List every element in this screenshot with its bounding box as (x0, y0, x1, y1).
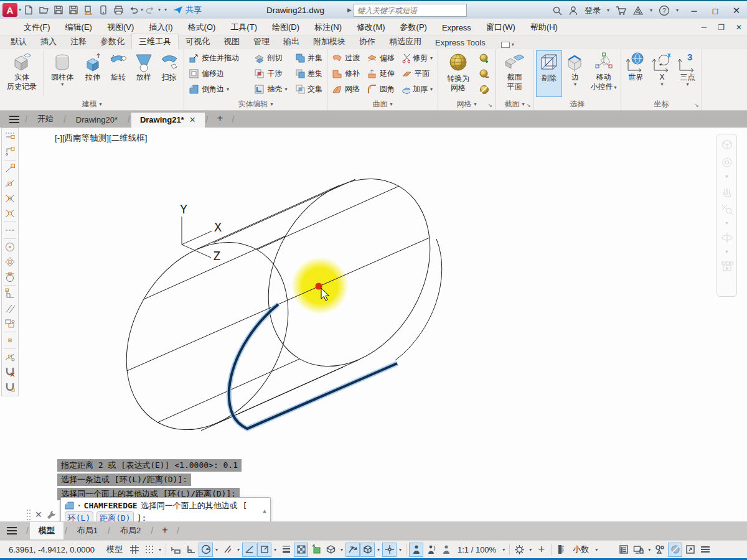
panel-label-surface[interactable]: 曲面▾ (327, 98, 438, 110)
status-customize-plus[interactable]: + (534, 543, 548, 557)
isodraft-caret[interactable]: ▾ (235, 547, 242, 553)
tab-featured-apps[interactable]: 精选应用 (382, 34, 428, 49)
smooth-more-button[interactable] (479, 52, 490, 65)
title-expand-arrow[interactable]: ▶ (347, 7, 352, 13)
search-input[interactable] (354, 4, 467, 17)
coordinates-panel-launcher[interactable]: ↘ (694, 102, 699, 108)
surface-network-button[interactable]: 网络 (332, 83, 362, 96)
isodraft-toggle[interactable] (220, 543, 235, 557)
solid-history-button[interactable]: 实体 历史记录 (2, 50, 42, 97)
tab-manage[interactable]: 管理 (247, 34, 276, 49)
doc-close-button[interactable]: ✕ (736, 23, 742, 32)
panel-label-selection[interactable]: 选择 (534, 98, 621, 110)
command-input[interactable]: ▾ CHAMFEREDGE 选择同一个面上的其他边或 [ 环(L) 距离(D) … (60, 497, 271, 521)
doc-minimize-button[interactable]: ─ (702, 23, 707, 32)
annotation-scale-caret[interactable]: ▾ (500, 547, 507, 553)
save-as-button[interactable] (66, 2, 81, 17)
signin-label[interactable]: 登录 (585, 5, 601, 16)
edge-filter-button[interactable]: 边 ▾ (565, 50, 586, 97)
selection-filter-toggle[interactable] (360, 543, 375, 557)
menu-edit[interactable]: 编辑(E) (58, 22, 100, 33)
ribbon-display-toggle[interactable]: ▾ (497, 40, 518, 49)
status-customize-menu[interactable] (698, 543, 712, 557)
units-caret[interactable]: ▾ (593, 547, 599, 553)
layout-tab-layout2[interactable]: 布局2 (111, 522, 149, 539)
union-button[interactable]: 并集 (295, 52, 322, 65)
drawing-canvas[interactable]: [-][西南等轴测][二维线框] (0, 128, 747, 521)
tab-annotate[interactable]: 注释 (63, 34, 93, 49)
surface-patch-button[interactable]: 修补 (332, 67, 362, 80)
polar-tracking-toggle[interactable] (199, 543, 213, 557)
osnap-perpendicular-button[interactable] (2, 286, 17, 301)
selected-chamfer-edge[interactable] (229, 304, 397, 429)
osnap-parallel-button[interactable] (2, 301, 17, 316)
panel-label-coordinates[interactable]: 坐标 (621, 98, 702, 110)
section-plane-button[interactable]: 截面 平面 (497, 50, 532, 97)
undo-button[interactable] (126, 2, 141, 17)
osnap-insert-button[interactable] (2, 316, 17, 331)
file-tab-start[interactable]: 开始 (29, 111, 62, 128)
menu-view[interactable]: 视图(V) (100, 22, 141, 33)
tab-output[interactable]: 输出 (276, 34, 306, 49)
osnap-endpoint-button[interactable] (2, 161, 17, 176)
new-drawing-tab-button[interactable]: + (209, 111, 230, 128)
quick-properties-toggle[interactable] (616, 543, 631, 557)
cart-icon[interactable] (616, 6, 626, 16)
selection-cycling-toggle[interactable] (309, 543, 323, 557)
menu-help[interactable]: 帮助(H) (523, 22, 565, 33)
osnap-3d-toggle[interactable] (324, 543, 338, 557)
tab-visualize[interactable]: 可视化 (179, 34, 217, 49)
command-customize-wrench-icon[interactable] (46, 510, 57, 520)
showmotion-icon[interactable] (720, 260, 734, 273)
grid-toggle[interactable] (127, 543, 141, 557)
extrude-button[interactable]: 拉伸 (80, 50, 105, 97)
annotation-monitor-button[interactable] (554, 543, 568, 557)
menu-modify[interactable]: 修改(M) (349, 22, 393, 33)
tab-close-icon[interactable]: ✕ (189, 115, 196, 124)
presspull-button[interactable]: 按住并拖动 (189, 52, 249, 65)
loft-button[interactable]: 放样 (131, 50, 156, 97)
viewport-controls[interactable]: [-][西南等轴测][二维线框] (55, 133, 148, 144)
chamfer-edge-button[interactable]: 倒角边▾ (189, 83, 249, 96)
menu-parametric[interactable]: 参数(P) (393, 22, 435, 33)
doc-restore-button[interactable]: ❐ (718, 23, 725, 32)
offset-edge-button[interactable]: 偏移边 (189, 67, 249, 80)
command-close-button[interactable]: ✕ (35, 510, 42, 520)
cylinder-button[interactable]: 圆柱体 ▾ (45, 50, 80, 97)
command-drag-grip[interactable] (26, 508, 31, 521)
gizmo-caret[interactable]: ▾ (397, 547, 403, 553)
surface-thicken-button[interactable]: 加厚▾ (402, 83, 433, 96)
ucs-x-button[interactable]: x X ▾ (652, 50, 673, 97)
osnap-center-button[interactable] (2, 240, 17, 254)
command-history-toggle[interactable]: ▲ (263, 508, 266, 514)
osnap-nearest-button[interactable] (2, 350, 17, 365)
surface-extend-button[interactable]: 延伸 (367, 67, 397, 80)
command-chamfer-icon[interactable] (65, 501, 75, 510)
tab-collaborate[interactable]: 协作 (352, 34, 382, 49)
osnap-intersection-button[interactable] (2, 191, 17, 206)
annotation-scale-value[interactable]: 1:1 / 100% (454, 545, 500, 554)
workspace-switching-button[interactable] (512, 543, 527, 557)
ucs-3point-button[interactable]: 3 三点 ▾ (675, 50, 700, 97)
new-layout-button[interactable]: + (154, 523, 176, 539)
snap-toggle[interactable] (142, 543, 156, 557)
share-device-button[interactable] (96, 2, 111, 17)
menu-dimension[interactable]: 标注(N) (307, 22, 349, 33)
osnap-extension-button[interactable] (2, 223, 17, 238)
interfere-button[interactable]: 干涉 (254, 67, 290, 80)
app-menu-button[interactable]: A (2, 3, 17, 17)
surface-offset-button[interactable]: 偏移 (367, 52, 397, 65)
viewcube-tool-icon[interactable] (720, 138, 734, 151)
snap-caret[interactable]: ▾ (157, 547, 163, 553)
orbit-tool-icon[interactable] (720, 231, 734, 244)
menu-format[interactable]: 格式(O) (181, 22, 223, 33)
annotation-autoscale-toggle[interactable] (424, 543, 438, 557)
revolve-button[interactable]: 旋转 (105, 50, 131, 97)
pan-tool-icon[interactable] (720, 185, 734, 197)
open-file-button[interactable] (36, 2, 51, 17)
command-option-loop[interactable]: 环(L) (65, 511, 93, 521)
layout-tab-model[interactable]: 模型 (30, 522, 63, 539)
panel-label-modeling[interactable]: 建模▾ (0, 98, 184, 110)
menu-draw[interactable]: 绘图(D) (265, 22, 307, 33)
search-icon[interactable] (552, 6, 562, 16)
